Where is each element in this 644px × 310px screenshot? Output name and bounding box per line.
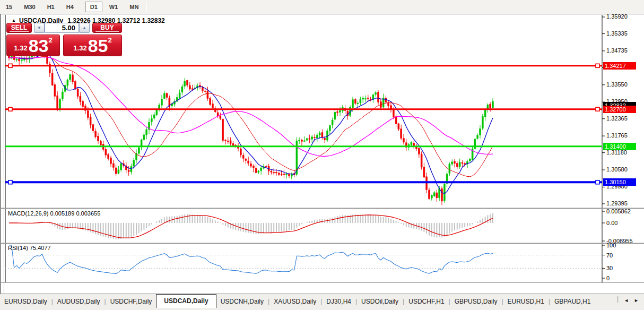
timeframe-toolbar: 15M30H1H4D1W1MN xyxy=(0,0,644,14)
price-axis-tick: 1.29395 xyxy=(606,200,628,206)
chart-tab-usdchf-daily[interactable]: USDCHF,Daily xyxy=(106,296,156,308)
price-axis-tick: 1.32365 xyxy=(606,115,628,122)
buy-price-button[interactable]: 1.32 85 2 xyxy=(63,35,122,56)
sell-button-label: SELL xyxy=(11,24,28,31)
one-click-trade-widget: SELL ▼ ▲ BUY 1.32 83 2 1.32 85 xyxy=(6,23,122,64)
sell-price-main: 83 xyxy=(29,38,49,54)
scroll-tabs-right-button[interactable]: ► xyxy=(634,298,639,303)
timeframe-button-m30[interactable]: M30 xyxy=(19,2,40,12)
level-price-label: 1.30150 xyxy=(603,178,636,186)
chart-tab-gbpusd-daily[interactable]: GBPUSD,Daily xyxy=(450,296,502,308)
chart-tab-bar: EURUSD,Daily|AUDUSD,Daily|USDCHF,DailyUS… xyxy=(0,294,644,308)
price-axis-tick: 1.31765 xyxy=(606,132,628,139)
window-bottom-strip xyxy=(0,308,644,310)
chart-window: ▲USDCAD,Daily1.32926 1.32980 1.32712 1.3… xyxy=(0,14,644,308)
rsi-axis-tick: 0 xyxy=(606,275,610,281)
chart-tab-xauusd-daily[interactable]: XAUUSD,Daily xyxy=(269,296,320,308)
price-axis-tick: 1.34735 xyxy=(606,47,628,54)
timeframe-button-15[interactable]: 15 xyxy=(1,2,17,12)
scroll-tabs-left-button[interactable]: ◄ xyxy=(624,298,629,303)
volume-increase-button[interactable]: ▲ xyxy=(79,23,90,33)
buy-button-label: BUY xyxy=(100,24,114,31)
chart-tab-usdoil-daily[interactable]: USDOil,Daily xyxy=(357,296,403,308)
rsi-axis-tick: 30 xyxy=(606,265,613,271)
chart-tab-usdcad-daily[interactable]: USDCAD,Daily xyxy=(156,294,216,308)
buy-price-main: 85 xyxy=(88,38,108,54)
chart-tab-dj30-h4[interactable]: DJ30,H4 xyxy=(322,296,355,308)
macd-label: MACD(12,26,9) 0.005189 0.003655 xyxy=(8,210,100,217)
collapse-triangle-icon[interactable]: ▲ xyxy=(12,18,16,23)
price-axis-tick: 1.33550 xyxy=(606,81,628,88)
chart-tab-audusd-daily[interactable]: AUDUSD,Daily xyxy=(53,296,105,308)
chart-tab-eurusd-daily[interactable]: EURUSD,Daily xyxy=(0,296,51,308)
rsi-axis-tick: 100 xyxy=(606,242,616,248)
sell-price-pip: 2 xyxy=(48,36,52,44)
buy-button[interactable]: BUY xyxy=(92,23,122,33)
volume-decrease-button[interactable]: ▼ xyxy=(34,23,45,33)
chart-tab-usdcnh-daily[interactable]: USDCNH,Daily xyxy=(216,296,268,308)
sell-underline xyxy=(10,31,29,32)
timeframe-button-h4[interactable]: H4 xyxy=(62,2,79,12)
sell-price-prefix: 1.32 xyxy=(14,43,27,54)
level-price-label: 1.32700 xyxy=(603,106,636,113)
toolbar-separator xyxy=(82,2,82,12)
macd-axis-tick: 0.005862 xyxy=(606,208,631,214)
sell-button[interactable]: SELL xyxy=(6,23,32,33)
tab-separator: | xyxy=(617,295,619,305)
price-axis-tick: 1.35920 xyxy=(606,13,628,20)
chart-tab-eurusd-h1[interactable]: EURUSD,H1 xyxy=(503,296,549,308)
mt4-window: 15M30H1H4D1W1MN ▲USDCAD,Daily1.32926 1.3… xyxy=(0,0,644,310)
macd-axis-tick: 0.00 xyxy=(606,220,617,226)
tab-scroll-controls: |◄► xyxy=(615,295,644,308)
chart-tab-gbpaud-h1[interactable]: GBPAUD,H1 xyxy=(550,296,595,308)
rsi-label: RSI(14) 75.4077 xyxy=(8,245,51,251)
buy-underline xyxy=(95,31,119,32)
window-left-border xyxy=(4,14,4,294)
timeframe-button-h1[interactable]: H1 xyxy=(42,2,59,12)
buy-price-prefix: 1.32 xyxy=(73,43,86,54)
price-axis-tick: 1.30580 xyxy=(606,166,628,173)
timeframe-button-d1[interactable]: D1 xyxy=(85,2,102,12)
price-axis-tick: 1.35335 xyxy=(606,30,628,37)
toolbar-separator xyxy=(146,2,147,12)
sell-price-button[interactable]: 1.32 83 2 xyxy=(6,35,60,56)
level-price-label: 1.34217 xyxy=(603,62,636,70)
timeframe-button-mn[interactable]: MN xyxy=(125,2,143,12)
volume-input[interactable] xyxy=(45,23,79,33)
buy-price-pip: 2 xyxy=(108,36,111,44)
timeframe-button-w1[interactable]: W1 xyxy=(105,2,123,12)
level-price-label: 1.31400 xyxy=(603,143,636,150)
rsi-axis-tick: 70 xyxy=(606,252,613,259)
chart-tab-usdchf-h1[interactable]: USDCHF,H1 xyxy=(404,296,448,308)
